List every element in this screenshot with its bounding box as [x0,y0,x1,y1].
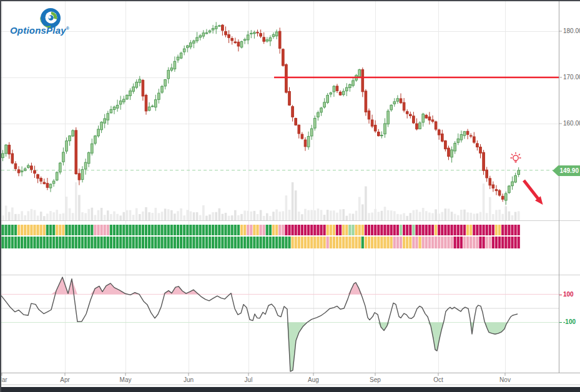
heatmap-cell [11,225,14,235]
heatmap-cell [479,237,481,248]
volume-bar [454,214,456,220]
trade-idea-lightbulb-icon[interactable] [511,153,521,162]
candle-body [97,129,100,136]
candle-body [116,105,119,109]
heatmap-cell [87,237,90,248]
heatmap-cell [514,237,517,248]
candle-body [40,179,42,182]
heatmap-cell [323,237,326,248]
heatmap-cell [307,237,310,248]
heatmap-cell [292,225,294,235]
volume-bar [269,216,272,220]
heatmap-cell [390,225,393,235]
volume-bar [161,212,164,220]
candle-body [52,181,55,184]
candle-body [2,154,4,158]
heatmap-cell [129,237,131,248]
heatmap-cell [317,225,319,235]
heatmap-cell [301,237,303,248]
candle-body [56,172,58,180]
heatmap-cell [275,237,278,248]
volume-bar [396,214,399,220]
trading-chart-window: OptionsPlay® 180.00170.00160.00 MarAprMa… [0,0,580,392]
heatmap-cell [365,237,367,248]
heatmap-cell [135,237,138,248]
optionsplay-logo[interactable]: OptionsPlay® [9,6,77,39]
candle-body [410,114,412,115]
volume-bar [282,211,285,220]
heatmap-cell [486,225,488,235]
candle-body [21,171,23,172]
heatmap-cell [483,237,485,248]
volume-bar [126,210,129,220]
volume-bar [183,215,185,220]
candle-body [518,170,520,175]
volume-bar [342,209,345,220]
volume-bar [368,213,370,220]
candle-body [448,148,450,156]
heatmap-cell [91,225,93,235]
heatmap-cell [425,225,428,235]
candle-body [209,31,211,32]
heatmap-cell [142,237,144,248]
heatmap-cell [393,225,396,235]
volume-bar [406,216,408,220]
volume-bar [365,187,367,220]
heatmap-cell [49,237,52,248]
heatmap-cell [435,225,437,235]
candle-body [257,32,259,33]
candle-body [479,147,482,154]
heatmap-cell [113,237,116,248]
candle-body [212,29,214,30]
heatmap-cell [145,237,147,248]
heatmap-cell [263,225,265,235]
volume-bar [110,214,112,220]
volume-bar [78,195,81,220]
candle-body [486,170,488,178]
volume-bar [243,210,246,220]
heatmap-cell [374,237,376,248]
volume-bar [72,213,74,220]
heatmap-cell [492,237,494,248]
candle-body [438,130,440,135]
volume-bar [59,214,62,220]
candle-body [27,165,30,167]
volume-bar [298,212,300,220]
heatmap-cell [339,237,342,248]
volume-bar [381,211,383,220]
heatmap-cell [37,237,39,248]
volume-bar [75,182,77,220]
heatmap-cell [37,225,39,235]
candle-body [304,140,307,147]
volume-bar [212,212,214,220]
volume-bar [132,215,135,220]
heatmap-cell [84,237,87,248]
candle-body [234,42,237,42]
heatmap-cell [160,237,163,248]
heatmap-cell [56,237,58,248]
heatmap-cell [8,237,11,248]
candle-body [196,37,199,41]
volume-bar [205,216,208,220]
volume-bar [393,211,396,220]
heatmap-cell [266,225,268,235]
heatmap-cell [228,237,230,248]
volume-bar [180,208,182,220]
heatmap-cell [110,225,112,235]
heatmap-cell [167,225,170,235]
heatmap-cell [116,237,119,248]
heatmap-cell [310,237,313,248]
candle-body [498,190,501,195]
heatmap-cell [298,237,300,248]
heatmap-cell [292,237,294,248]
price-chart-canvas[interactable] [1,1,580,392]
heatmap-cell [377,225,380,235]
heatmap-cell [463,225,466,235]
volume-bar [215,212,217,220]
heatmap-cell [81,237,84,248]
candle-body [87,153,90,164]
heatmap-cell [104,237,106,248]
candle-body [104,119,106,123]
volume-bar [237,215,240,220]
heatmap-cell [511,225,513,235]
